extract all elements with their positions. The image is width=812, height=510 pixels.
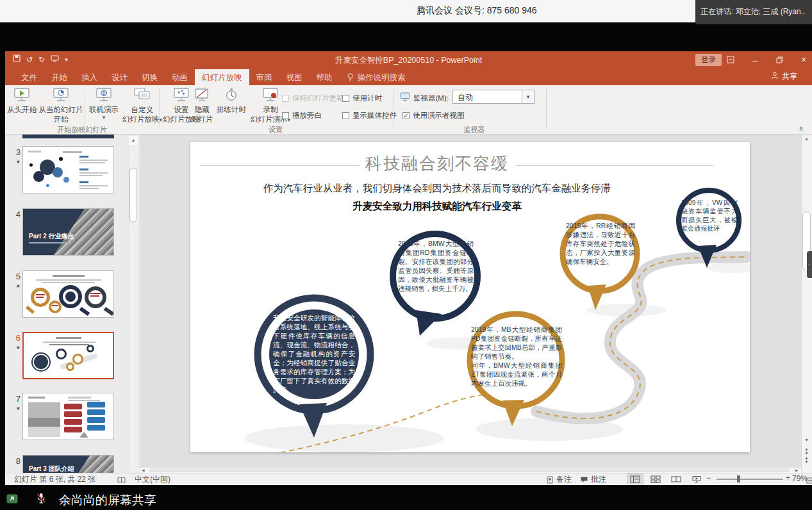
scroll-left-icon[interactable]: ◀ <box>142 468 145 472</box>
screen-share-label: 余尚尚的屏幕共享 <box>59 492 156 509</box>
collapse-ribbon-button[interactable]: ∧ <box>799 124 804 133</box>
tell-me-search[interactable]: 操作说明搜索 <box>340 69 413 86</box>
from-current-slide-button[interactable]: 从当前幻灯片 开始 <box>38 87 83 124</box>
scroll-down-icon[interactable]: ▼ <box>802 438 811 442</box>
vertical-scrollbar[interactable] <box>801 135 812 473</box>
checkbox-icon <box>282 95 289 102</box>
tab-review[interactable]: 审阅 <box>249 69 279 86</box>
share-button[interactable]: 共享 <box>771 71 797 82</box>
login-button[interactable]: 登录 <box>695 54 722 66</box>
animation-star-icon: ★ <box>9 406 21 411</box>
tab-slideshow[interactable]: 幻灯片放映 <box>195 69 249 86</box>
tab-animations[interactable]: 动画 <box>165 69 195 86</box>
normal-view-button[interactable] <box>627 473 643 484</box>
monitor-select[interactable]: 自动 ▾ <box>452 90 534 104</box>
previous-slide-button[interactable]: ▲▲ <box>802 448 811 454</box>
scroll-up-icon[interactable]: ▲ <box>802 136 811 141</box>
checkbox-play-narrations[interactable]: 播放旁白 <box>282 111 322 120</box>
checkbox-icon <box>342 112 349 119</box>
tab-design[interactable]: 设计 <box>104 69 135 86</box>
checkbox-checked-icon: ✓ <box>402 112 410 119</box>
bubble-2019-text: 2019年，MB大型经销商集团PD集团资金链断裂，所有车证被要求上交回MB总部，… <box>471 325 562 388</box>
meeting-title: 腾讯会议 会议号: 875 680 946 <box>417 5 537 17</box>
zoom-slider[interactable] <box>717 479 783 480</box>
thumbnail-slide2-edge[interactable] <box>22 135 114 138</box>
rehearse-timings-button[interactable]: 排练计时 <box>214 87 249 115</box>
current-slide[interactable]: 科技融合刻不容缓 作为汽车行业从业者，我们切身体会到因为技术落后而导致的汽车金融… <box>190 142 750 452</box>
bubble-2015-text: 2015年，RR经销商因涉嫌违法，导致近十台库存车突然处于危险状态，厂家投入大量… <box>566 222 635 267</box>
checkbox-icon <box>282 112 289 119</box>
minimize-button[interactable] <box>749 54 761 65</box>
panel-scroll-up-icon[interactable]: ▲ <box>129 136 138 145</box>
notes-button[interactable]: 备注 <box>556 474 572 485</box>
group-label-start-slideshow: 开始放映幻灯片 <box>18 125 146 135</box>
thumbnail-slide-8[interactable]: Part 3 团队介绍 <box>22 455 114 473</box>
group-label-setup: 设置 <box>244 125 308 135</box>
checkbox-icon <box>342 95 349 102</box>
slide-number: 6 <box>9 333 21 343</box>
proofing-status-icon[interactable] <box>117 475 126 486</box>
close-button[interactable]: × <box>797 54 810 65</box>
comments-icon <box>580 475 588 486</box>
animation-star-icon: ★ <box>9 345 21 350</box>
present-online-icon <box>87 87 120 104</box>
checkbox-use-timings[interactable]: 使用计时 <box>342 94 382 103</box>
thumbnail-slide-4[interactable]: Part 2 行业痛点 <box>22 208 114 256</box>
tab-view[interactable]: 视图 <box>279 69 310 86</box>
person-icon <box>771 72 779 81</box>
checkbox-use-presenter-view[interactable]: ✓ 使用演示者视图 <box>402 111 465 120</box>
checkbox-keep-slides-updated[interactable]: 保持幻灯片更新 <box>282 94 344 103</box>
thumbnail-slide-3[interactable] <box>22 146 114 193</box>
animation-star-icon: ★ <box>9 283 21 289</box>
comments-button[interactable]: 批注 <box>591 474 606 485</box>
thumbnail-slide-7[interactable] <box>22 393 114 440</box>
zoom-in-button[interactable]: + <box>786 473 790 482</box>
reading-view-button[interactable] <box>668 473 684 484</box>
dropdown-caret-icon: ▾ <box>87 115 120 120</box>
notes-icon <box>546 475 554 486</box>
meeting-panel-handle[interactable]: ‹ <box>807 251 812 278</box>
meeting-top-bar <box>0 0 812 22</box>
animation-star-icon: ★ <box>9 159 21 165</box>
tab-help[interactable]: 帮助 <box>310 69 340 86</box>
hide-slide-icon <box>188 87 216 104</box>
timeline-road-graphic <box>190 142 750 452</box>
active-speaker-status: 正在讲话: 邓立治; 三成 (Ryan.. <box>695 0 812 24</box>
scroll-right-icon[interactable]: ▶ <box>795 468 799 472</box>
zoom-out-button[interactable]: − <box>706 473 711 482</box>
panel-scrollbar-thumb[interactable] <box>129 168 137 222</box>
language-status[interactable]: 中文(中国) <box>135 474 170 485</box>
tab-file[interactable]: 文件 <box>14 69 44 86</box>
next-slide-button[interactable]: ▼▼ <box>802 457 811 464</box>
present-online-button[interactable]: 联机演示 ▾ <box>87 87 120 120</box>
thumbnail-slide-5[interactable] <box>22 270 114 318</box>
screen-share-icon <box>6 494 18 506</box>
slide-number: 7 <box>9 394 21 404</box>
tab-insert[interactable]: 插入 <box>74 69 104 86</box>
slide-sorter-view-button[interactable] <box>647 473 664 484</box>
fit-to-window-icon[interactable] <box>806 475 812 486</box>
horizontal-scrollbar-thumb[interactable] <box>149 468 790 472</box>
chevron-down-icon[interactable]: ▾ <box>522 90 534 103</box>
tab-transitions[interactable]: 切换 <box>135 69 165 86</box>
from-beginning-button[interactable]: 从头开始 <box>5 87 38 115</box>
play-from-current-icon <box>38 87 83 104</box>
window-title: 升麦安全智控BP_20200510 - PowerPoint <box>5 55 812 66</box>
ribbon-display-options-button[interactable] <box>724 54 737 65</box>
play-from-start-icon <box>5 87 38 104</box>
custom-slideshow-button[interactable]: 自定义 幻灯片放映▾ <box>120 87 164 124</box>
custom-slideshow-icon <box>120 87 164 104</box>
screen: 腾讯会议 会议号: 875 680 946 正在讲话: 邓立治; 三成 (Rya… <box>0 0 812 510</box>
checkbox-show-media-controls[interactable]: 显示媒体控件 <box>342 111 397 120</box>
menu-tabs: 文件 开始 插入 设计 切换 动画 幻灯片放映 审阅 视图 帮助 操作说明搜索 <box>14 69 413 86</box>
thumbnail-slide-6-current[interactable] <box>22 332 114 379</box>
bubble-main-text: 升麦安全研发的智能库存监管系统落地。线上系统与线下硬件使库存车辆的信息流、现金流… <box>273 314 355 395</box>
slideshow-view-button[interactable] <box>688 473 705 484</box>
zoom-slider-thumb[interactable] <box>737 475 740 482</box>
zoom-level[interactable]: 79% <box>792 474 808 483</box>
restore-button[interactable] <box>773 54 786 65</box>
lightbulb-icon <box>347 73 354 83</box>
hide-slide-button[interactable]: 隐藏 幻灯片 <box>188 87 216 124</box>
group-label-monitors: 监视器 <box>410 125 538 135</box>
tab-home[interactable]: 开始 <box>44 69 74 86</box>
